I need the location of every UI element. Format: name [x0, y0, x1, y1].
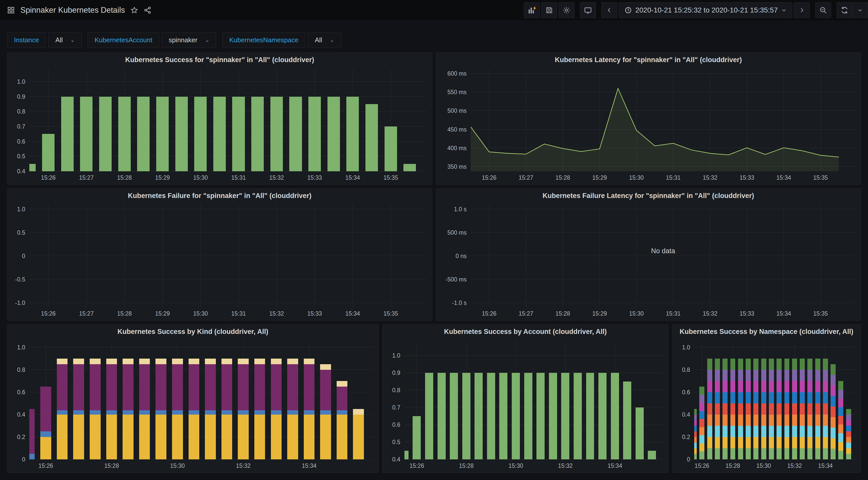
x-axis-tick-label: 15:26: [409, 462, 424, 469]
bar-segment: [823, 426, 828, 437]
latency-line-series: [471, 69, 856, 171]
chart-plot-area[interactable]: 1.00.90.80.70.60.50.415:2615:2715:2815:2…: [7, 67, 432, 184]
y-axis-tick-label: -1.0 s: [436, 300, 467, 306]
bar-segment: [784, 448, 789, 459]
bar-segment: [715, 403, 720, 415]
y-axis-tick-label: 600 ms: [436, 70, 467, 77]
bar: [213, 97, 226, 171]
bar-segment: [707, 358, 712, 370]
bar-segment: [715, 437, 720, 448]
variable-value-kubernetes-namespace[interactable]: All ⌄: [308, 32, 341, 48]
stacked-bar: [287, 358, 298, 459]
panel-success-by-kind: Kubernetes Success by Kind (clouddriver,…: [7, 324, 379, 473]
bar-segment: [776, 358, 782, 370]
x-axis-tick-label: 15:29: [592, 310, 607, 317]
bar-segment: [715, 448, 720, 459]
y-axis-tick-label: 0.5: [7, 153, 25, 160]
clock-icon: [625, 7, 632, 14]
refresh-dashboard-button[interactable]: [837, 2, 852, 18]
variable-value-instance[interactable]: All ⌄: [49, 32, 82, 48]
cycle-view-mode-button[interactable]: [580, 2, 596, 18]
bar: [450, 373, 458, 459]
chart-plot-area[interactable]: 1.0 s500 ms0 ns-500 ms-1.0 s15:2615:2715…: [436, 203, 861, 320]
x-axis-tick-label: 15:32: [787, 462, 802, 469]
chevron-left-icon: [607, 7, 612, 13]
bar-segment: [304, 415, 315, 459]
bar: [574, 373, 582, 459]
save-dashboard-button[interactable]: [541, 2, 557, 18]
panel-title[interactable]: Kubernetes Success by Kind (clouddriver,…: [7, 324, 378, 339]
stacked-bar: [172, 358, 183, 459]
apps-grid-icon[interactable]: [7, 6, 15, 14]
time-range-back-button[interactable]: [601, 2, 617, 18]
bar-segment: [753, 403, 758, 415]
bar-segment: [731, 437, 736, 448]
bar-segment: [731, 381, 736, 392]
bar-segment: [715, 370, 720, 381]
bar-segment: [123, 415, 133, 459]
bar: [512, 373, 520, 459]
y-axis-tick-label: 0.2: [7, 434, 25, 441]
zoom-out-time-button[interactable]: [815, 2, 831, 18]
bar-segment: [353, 409, 364, 415]
panel-title[interactable]: Kubernetes Failure for "spinnaker" in "A…: [7, 188, 432, 203]
bar-segment: [353, 415, 364, 459]
bar: [61, 97, 74, 171]
chart-plot-area[interactable]: 1.00.80.60.40.2015:2615:2815:3015:3215:3…: [672, 339, 861, 473]
x-axis-tick-label: 15:32: [269, 174, 284, 181]
bar: [99, 97, 112, 171]
star-icon[interactable]: [130, 6, 138, 14]
add-panel-icon: [528, 6, 536, 14]
variable-value-kubernetes-account[interactable]: spinnaker ⌄: [162, 32, 216, 48]
bar-segment: [800, 426, 805, 437]
bar: [648, 451, 656, 459]
panel-success-by-account: Kubernetes Success by Account (clouddriv…: [382, 324, 669, 473]
dashboard-settings-button[interactable]: [559, 2, 575, 18]
chart-plot-area[interactable]: 600 ms550 ms500 ms450 ms400 ms350 ms15:2…: [436, 67, 861, 184]
share-icon[interactable]: [144, 6, 151, 14]
bar-segment: [831, 427, 836, 438]
bar-segment: [846, 432, 851, 437]
bar-segment: [699, 443, 704, 451]
panel-title[interactable]: Kubernetes Success by Account (clouddriv…: [382, 324, 668, 339]
stacked-bar: [29, 409, 35, 459]
chart-plot-area[interactable]: 1.00.50-0.5-1.015:2615:2715:2815:2915:30…: [7, 203, 432, 320]
bar-segment: [815, 370, 820, 381]
bar-segment: [823, 392, 828, 403]
bar-segment: [707, 448, 712, 459]
bar-segment: [807, 403, 812, 415]
x-axis-tick-label: 15:29: [155, 174, 170, 181]
bar: [156, 97, 169, 171]
bar-segment: [761, 448, 766, 459]
bar-segment: [761, 370, 766, 381]
time-range-forward-button[interactable]: [794, 2, 810, 18]
panel-title[interactable]: Kubernetes Latency for "spinnaker" in "A…: [436, 53, 861, 67]
bar-segment: [337, 415, 348, 459]
bar-segment: [815, 381, 820, 392]
panel-title[interactable]: Kubernetes Success for "spinnaker" in "A…: [7, 53, 432, 67]
add-panel-button[interactable]: [524, 2, 540, 18]
bar: [611, 373, 619, 459]
chart-plot-area[interactable]: 1.00.80.60.40.2015:2615:2815:3015:3215:3…: [7, 339, 378, 473]
panel-title[interactable]: Kubernetes Failure Latency for "spinnake…: [436, 188, 861, 203]
y-axis-tick-label: 550 ms: [436, 89, 467, 96]
dashboard-title[interactable]: Spinnaker Kubernetes Details: [21, 6, 125, 15]
bar-segment: [189, 410, 199, 415]
bar: [118, 97, 131, 171]
bar-segment: [694, 409, 697, 415]
stacked-bar: [694, 409, 697, 459]
bar-segment: [221, 415, 232, 459]
y-axis-tick-label: 0.5: [382, 439, 400, 445]
bar-segment: [823, 448, 828, 459]
y-axis-tick-label: 0.6: [382, 421, 400, 428]
settings-gear-icon: [562, 6, 570, 14]
chevron-down-icon: ⌄: [330, 37, 334, 43]
time-range-picker[interactable]: 2020-10-21 15:25:32 to 2020-10-21 15:35:…: [619, 2, 792, 18]
y-axis-tick-label: 350 ms: [436, 163, 467, 170]
chart-plot-area[interactable]: 1.00.90.80.70.60.50.415:2615:2815:3015:3…: [382, 339, 668, 473]
variable-label-instance: Instance: [7, 32, 46, 48]
bar-segment: [753, 437, 758, 448]
stacked-bar: [221, 358, 232, 459]
panel-title[interactable]: Kubernetes Success by Namespace (clouddr…: [672, 324, 861, 339]
refresh-interval-dropdown[interactable]: [852, 2, 868, 18]
